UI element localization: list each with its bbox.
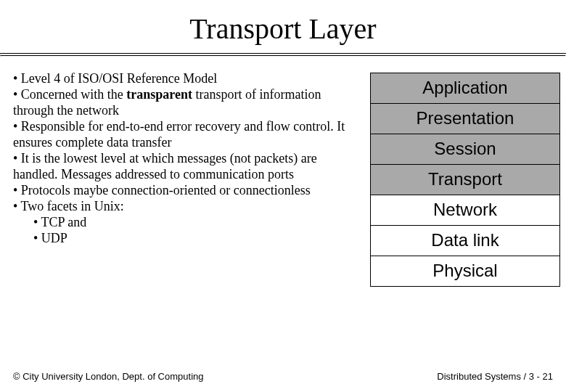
- bullet-6a: • TCP and: [13, 215, 361, 231]
- osi-network: Network: [371, 195, 560, 226]
- bullet-2-pre: • Concerned with the: [13, 87, 126, 102]
- osi-datalink: Data link: [371, 226, 560, 256]
- bullet-2: • Concerned with the transparent transpo…: [13, 87, 361, 119]
- osi-physical: Physical: [371, 256, 560, 287]
- bullet-5: • Protocols maybe connection-oriented or…: [13, 183, 361, 199]
- osi-application: Application: [371, 73, 560, 104]
- footer: © City University London, Dept. of Compu…: [13, 371, 553, 382]
- body-text: • Level 4 of ISO/OSI Reference Model • C…: [13, 71, 361, 246]
- bullet-2-bold: transparent: [126, 87, 192, 102]
- bullet-4: • It is the lowest level at which messag…: [13, 151, 361, 183]
- content-area: • Level 4 of ISO/OSI Reference Model • C…: [0, 57, 566, 287]
- osi-stack: Application Presentation Session Transpo…: [370, 73, 560, 287]
- osi-presentation: Presentation: [371, 104, 560, 134]
- slide: Transport Layer • Level 4 of ISO/OSI Ref…: [0, 0, 566, 392]
- osi-transport: Transport: [371, 165, 560, 195]
- bullet-6b: • UDP: [13, 231, 361, 247]
- footer-right: Distributed Systems / 3 - 21: [437, 371, 553, 382]
- footer-left: © City University London, Dept. of Compu…: [13, 371, 203, 382]
- slide-title: Transport Layer: [0, 0, 566, 53]
- osi-diagram: Application Presentation Session Transpo…: [361, 71, 560, 287]
- bullet-1: • Level 4 of ISO/OSI Reference Model: [13, 71, 361, 87]
- osi-session: Session: [371, 134, 560, 165]
- bullet-3: • Responsible for end-to-end error recov…: [13, 119, 361, 151]
- bullet-6: • Two facets in Unix:: [13, 199, 361, 215]
